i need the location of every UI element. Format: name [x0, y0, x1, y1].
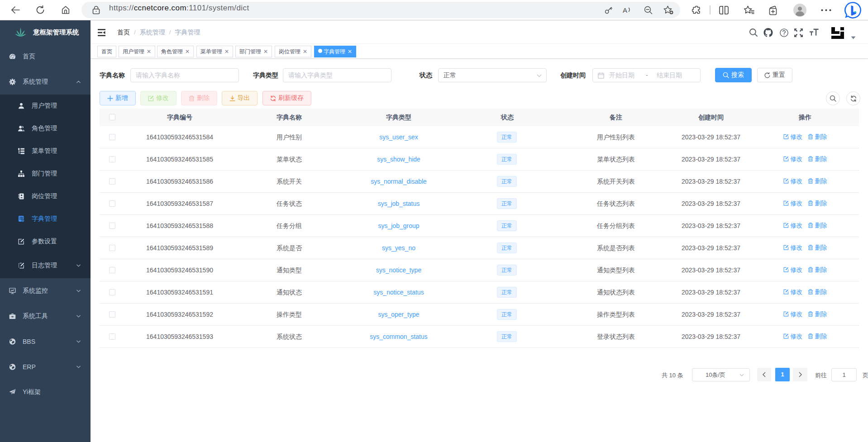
svg-text:A: A — [623, 6, 627, 14]
